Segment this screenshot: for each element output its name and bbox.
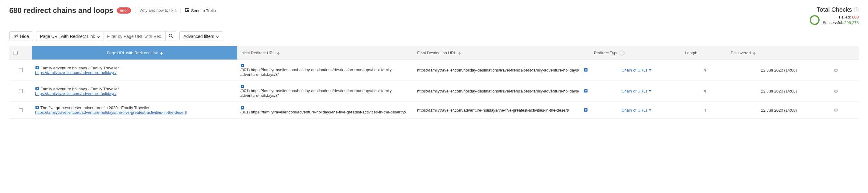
page-title-text: Family adventure holidays - Family Trave… — [40, 66, 119, 70]
cell-actions — [830, 102, 859, 119]
page-url-link[interactable]: https://familytraveller.com/adventure-ho… — [35, 110, 234, 115]
success-stat: Successful: 296,278 — [823, 20, 859, 26]
sort-icon — [277, 52, 280, 55]
eye-slash-icon — [13, 34, 18, 39]
send-trello-button[interactable]: Send to Trello — [185, 8, 216, 13]
header-right: Total Checks i Failed: 680 Successful: 2… — [810, 6, 859, 26]
sort-icon — [753, 52, 755, 55]
cell-type: Chain of URLs — [591, 81, 682, 102]
external-link-icon[interactable] — [584, 108, 588, 112]
sort-icon — [458, 52, 461, 55]
external-link-icon[interactable] — [35, 105, 39, 109]
advanced-filters-button[interactable]: Advanced filters — [179, 31, 223, 41]
row-checkbox[interactable] — [19, 89, 23, 93]
redirect-type-dropdown[interactable]: Chain of URLs — [621, 89, 651, 93]
cell-initial: (301) https://familytraveller.com/advent… — [237, 102, 414, 119]
col-actions — [830, 46, 859, 60]
cell-length: 4 — [682, 60, 728, 81]
total-checks-label: Total Checks i — [817, 6, 859, 13]
cell-initial: (301) https://familytraveller.com/holida… — [237, 60, 414, 81]
cell-discovered: 22 Jun 2020 (14:08) — [728, 60, 830, 81]
header-left: 680 redirect chains and loops error | Wh… — [9, 6, 216, 15]
filter-mode-dropdown[interactable]: Page URL with Redirect Link — [36, 31, 104, 41]
cell-page: Family adventure holidays - Family Trave… — [32, 81, 237, 102]
table-header: Page URL with Redirect Link Initial Redi… — [9, 46, 859, 60]
page-header: 680 redirect chains and loops error | Wh… — [9, 6, 859, 26]
chevron-down-icon — [97, 34, 100, 39]
stats-row: Failed: 680 Successful: 296,278 — [810, 14, 859, 26]
redirect-type-dropdown[interactable]: Chain of URLs — [621, 108, 651, 112]
results-table: Page URL with Redirect Link Initial Redi… — [9, 46, 859, 119]
why-fix-link[interactable]: Why and how to fix it — [139, 8, 176, 13]
select-all-checkbox[interactable] — [13, 51, 18, 55]
row-checkbox[interactable] — [19, 108, 23, 112]
error-badge: error — [117, 7, 131, 13]
chevron-down-icon — [216, 34, 219, 39]
final-url-text: https://familytraveller.com/holiday-dest… — [417, 89, 582, 93]
separator: | — [180, 8, 181, 13]
donut-chart-icon — [810, 15, 819, 25]
col-length[interactable]: Length — [682, 46, 728, 60]
cell-type: Chain of URLs — [591, 60, 682, 81]
search-icon — [168, 34, 173, 39]
page-url-link[interactable]: https://familytraveller.com/adventure-ho… — [35, 91, 234, 96]
external-link-icon[interactable] — [241, 64, 411, 67]
col-checkbox — [9, 46, 32, 60]
send-trello-label: Send to Trello — [191, 8, 216, 13]
svg-point-5 — [169, 34, 172, 37]
table-row: Family adventure holidays - Family Trave… — [9, 60, 859, 81]
hide-row-button[interactable] — [833, 68, 856, 72]
sort-icon — [160, 52, 163, 55]
page-title-text: The five greatest desert adventures in 2… — [40, 105, 150, 110]
info-icon[interactable]: i — [854, 7, 859, 12]
row-checkbox[interactable] — [19, 68, 23, 72]
external-link-icon[interactable] — [35, 87, 39, 91]
hide-row-button[interactable] — [833, 89, 856, 93]
hide-button[interactable]: Hide — [9, 31, 33, 41]
filter-group: Page URL with Redirect Link — [36, 31, 176, 41]
external-link-icon[interactable] — [35, 66, 39, 70]
trello-icon — [185, 8, 189, 13]
table-body: Family adventure holidays - Family Trave… — [9, 60, 859, 119]
svg-rect-1 — [186, 9, 187, 11]
col-initial-url[interactable]: Initial Redirect URL — [237, 46, 414, 60]
cell-final: https://familytraveller.com/holiday-dest… — [414, 81, 591, 102]
redirect-type-dropdown[interactable]: Chain of URLs — [621, 68, 651, 72]
cell-length: 4 — [682, 102, 728, 119]
col-redirect-type[interactable]: Redirect Type i — [591, 46, 682, 60]
cell-page: Family adventure holidays - Family Trave… — [32, 60, 237, 81]
stat-lines: Failed: 680 Successful: 296,278 — [823, 14, 859, 26]
external-link-icon[interactable] — [241, 85, 411, 89]
hide-row-button[interactable] — [833, 108, 856, 112]
table-row: Family adventure holidays - Family Trave… — [9, 81, 859, 102]
final-url-text: https://familytraveller.com/adventure-ho… — [417, 108, 582, 112]
external-link-icon[interactable] — [241, 106, 411, 110]
svg-line-6 — [172, 37, 173, 38]
cell-final: https://familytraveller.com/adventure-ho… — [414, 102, 591, 119]
initial-url-text: (301) https://familytraveller.com/advent… — [241, 110, 406, 115]
final-url-text: https://familytraveller.com/holiday-dest… — [417, 68, 582, 72]
failed-stat: Failed: 680 — [823, 14, 859, 20]
toolbar: Hide Page URL with Redirect Link Advance… — [9, 31, 859, 41]
cell-actions — [830, 60, 859, 81]
col-final-url[interactable]: Final Destination URL — [414, 46, 591, 60]
cell-initial: (301) https://familytraveller.com/holida… — [237, 81, 414, 102]
col-page-url[interactable]: Page URL with Redirect Link — [32, 46, 237, 60]
col-discovered[interactable]: Discovered — [728, 46, 830, 60]
svg-rect-2 — [187, 9, 189, 10]
external-link-icon[interactable] — [584, 68, 588, 72]
cell-discovered: 22 Jun 2020 (14:08) — [728, 81, 830, 102]
cell-type: Chain of URLs — [591, 102, 682, 119]
search-button[interactable] — [165, 31, 176, 41]
cell-length: 4 — [682, 81, 728, 102]
info-icon[interactable]: i — [620, 51, 624, 56]
page-url-link[interactable]: https://familytraveller.com/adventure-ho… — [35, 70, 234, 75]
filter-input[interactable] — [104, 31, 165, 41]
separator: | — [135, 8, 136, 13]
initial-url-text: (301) https://familytraveller.com/holida… — [241, 67, 393, 77]
cell-page: The five greatest desert adventures in 2… — [32, 102, 237, 119]
cell-actions — [830, 81, 859, 102]
cell-final: https://familytraveller.com/holiday-dest… — [414, 60, 591, 81]
cell-discovered: 22 Jun 2020 (14:08) — [728, 102, 830, 119]
external-link-icon[interactable] — [584, 89, 588, 93]
